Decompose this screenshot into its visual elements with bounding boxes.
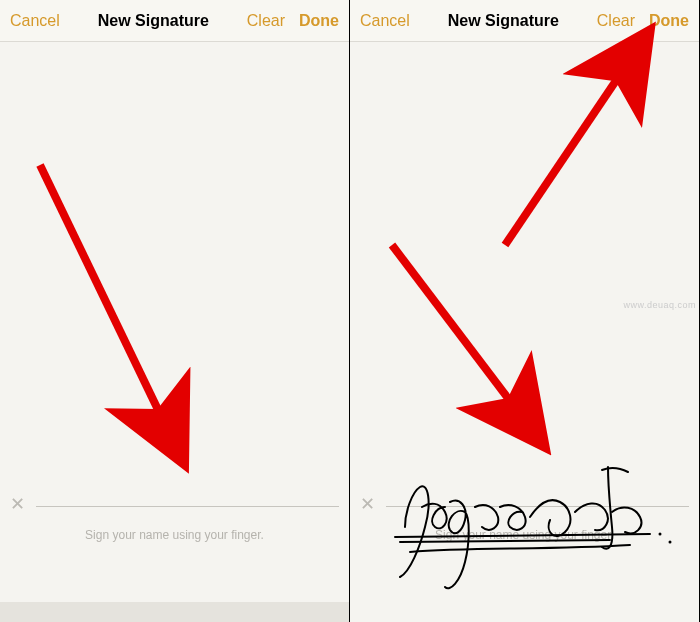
- cancel-button[interactable]: Cancel: [10, 12, 60, 30]
- header-bar: Cancel New Signature Clear Done: [0, 0, 349, 42]
- clear-button[interactable]: Clear: [597, 12, 635, 30]
- clear-signature-icon[interactable]: ✕: [10, 493, 25, 515]
- signature-canvas[interactable]: ✕ Sign your name using your finger.: [0, 42, 349, 622]
- done-button[interactable]: Done: [649, 12, 689, 30]
- watermark: www.deuaq.com: [623, 300, 696, 310]
- bottom-bar: [0, 602, 349, 622]
- phone-screen-left: Cancel New Signature Clear Done ✕ Sign y…: [0, 0, 350, 622]
- hint-text: Sign your name using your finger.: [350, 528, 699, 542]
- phone-screen-right: Cancel New Signature Clear Done ✕ Sign y…: [350, 0, 700, 622]
- hint-text: Sign your name using your finger.: [0, 528, 349, 542]
- clear-button[interactable]: Clear: [247, 12, 285, 30]
- signature-baseline: [36, 506, 339, 507]
- signature-canvas[interactable]: ✕ Sign your name using your finger.: [350, 42, 699, 622]
- page-title: New Signature: [448, 12, 559, 30]
- done-button[interactable]: Done: [299, 12, 339, 30]
- cancel-button[interactable]: Cancel: [360, 12, 410, 30]
- clear-signature-icon[interactable]: ✕: [360, 493, 375, 515]
- page-title: New Signature: [98, 12, 209, 30]
- header-bar: Cancel New Signature Clear Done: [350, 0, 699, 42]
- signature-baseline: [386, 506, 689, 507]
